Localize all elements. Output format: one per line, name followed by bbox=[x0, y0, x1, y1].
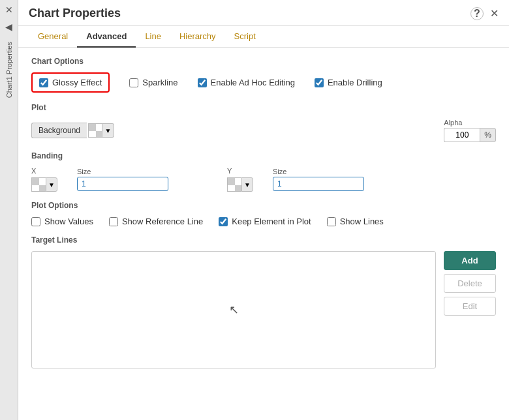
alpha-wrapper: Alpha 100 % bbox=[444, 119, 496, 142]
plot-options-section: Plot Options Show Values Show Reference … bbox=[31, 201, 496, 226]
banding-x-size-col: Size 1 bbox=[77, 168, 168, 191]
show-values-label[interactable]: Show Values bbox=[44, 217, 93, 226]
banding-section: Banding X ▼ Size 1 Y bbox=[31, 151, 496, 192]
banding-title: Banding bbox=[31, 151, 496, 160]
sidebar: ✕ ◀ Chart1 Properties bbox=[0, 0, 18, 420]
show-reference-line-checkbox[interactable] bbox=[109, 217, 118, 226]
glossy-effect-checkbox[interactable] bbox=[39, 78, 48, 87]
background-dropdown-arrow[interactable]: ▼ bbox=[102, 123, 114, 138]
background-group: Background ▼ bbox=[31, 123, 114, 138]
target-lines-content: ↖ Add Delete Edit bbox=[31, 251, 496, 368]
enable-drilling-group: Enable Drilling bbox=[315, 78, 382, 87]
alpha-label: Alpha bbox=[444, 119, 496, 127]
main-panel: Chart Properties ? ✕ General Advanced Li… bbox=[18, 0, 509, 420]
color-picker-area: ▼ bbox=[88, 123, 114, 138]
glossy-effect-label[interactable]: Glossy Effect bbox=[52, 78, 102, 87]
enable-drilling-label[interactable]: Enable Drilling bbox=[328, 78, 382, 87]
keep-element-label[interactable]: Keep Element in Plot bbox=[232, 217, 311, 226]
keep-element-group: Keep Element in Plot bbox=[219, 217, 311, 226]
enable-ad-hoc-checkbox[interactable] bbox=[198, 78, 207, 87]
banding-x-size-input[interactable]: 1 bbox=[77, 177, 168, 191]
banding-y-size-input[interactable]: 1 bbox=[273, 177, 364, 191]
plot-options-row: Show Values Show Reference Line Keep Ele… bbox=[31, 217, 496, 226]
plot-options-title: Plot Options bbox=[31, 201, 496, 210]
enable-drilling-checkbox[interactable] bbox=[315, 78, 324, 87]
target-lines-title: Target Lines bbox=[31, 235, 496, 245]
target-lines-list: ↖ bbox=[31, 251, 436, 368]
show-reference-line-label[interactable]: Show Reference Line bbox=[122, 217, 203, 226]
chart-options-title: Chart Options bbox=[31, 57, 496, 66]
tab-general[interactable]: General bbox=[29, 26, 77, 48]
show-values-group: Show Values bbox=[31, 217, 93, 226]
sparkline-checkbox[interactable] bbox=[129, 78, 138, 87]
target-lines-section: Target Lines ↖ Add Delete Edit bbox=[31, 235, 496, 368]
page-title: Chart Properties bbox=[29, 7, 121, 20]
banding-x-col: X ▼ bbox=[31, 167, 57, 192]
cursor-icon: ↖ bbox=[229, 303, 239, 317]
enable-ad-hoc-label[interactable]: Enable Ad Hoc Editing bbox=[211, 78, 295, 87]
show-reference-line-group: Show Reference Line bbox=[109, 217, 203, 226]
banding-row: X ▼ Size 1 Y bbox=[31, 167, 496, 192]
show-lines-label[interactable]: Show Lines bbox=[340, 217, 384, 226]
glossy-effect-box: Glossy Effect bbox=[31, 72, 110, 93]
enable-ad-hoc-group: Enable Ad Hoc Editing bbox=[198, 78, 295, 87]
alpha-input[interactable]: 100 bbox=[444, 128, 480, 142]
tab-advanced[interactable]: Advanced bbox=[77, 26, 136, 48]
plot-title: Plot bbox=[31, 103, 496, 112]
delete-button[interactable]: Delete bbox=[444, 274, 496, 293]
sparkline-group: Sparkline bbox=[129, 78, 177, 87]
plot-section: Plot Background ▼ Alpha 100 % bbox=[31, 103, 496, 142]
content-area: Chart Options Glossy Effect Sparkline En… bbox=[18, 48, 509, 420]
sidebar-label: Chart1 Properties bbox=[5, 42, 13, 98]
banding-y-size-col: Size 1 bbox=[273, 168, 364, 191]
tab-hierarchy[interactable]: Hierarchy bbox=[170, 26, 225, 48]
edit-button[interactable]: Edit bbox=[444, 297, 496, 316]
background-color-swatch[interactable] bbox=[88, 123, 102, 138]
sidebar-back-icon[interactable]: ◀ bbox=[2, 20, 16, 34]
add-button[interactable]: Add bbox=[444, 251, 496, 270]
tab-script[interactable]: Script bbox=[225, 26, 265, 48]
keep-element-checkbox[interactable] bbox=[219, 217, 228, 226]
help-icon[interactable]: ? bbox=[470, 7, 484, 20]
close-icon[interactable]: ✕ bbox=[490, 7, 499, 20]
banding-y-size-label: Size bbox=[273, 168, 364, 175]
sidebar-close-icon[interactable]: ✕ bbox=[2, 3, 16, 17]
sparkline-label[interactable]: Sparkline bbox=[142, 78, 177, 87]
background-button[interactable]: Background bbox=[31, 123, 87, 138]
banding-y-label: Y bbox=[227, 167, 253, 175]
alpha-unit-label: % bbox=[480, 128, 496, 142]
banding-y-col: Y ▼ bbox=[227, 167, 253, 192]
banding-x-swatch[interactable] bbox=[31, 177, 46, 192]
show-lines-group: Show Lines bbox=[327, 217, 384, 226]
plot-row: Background ▼ Alpha 100 % bbox=[31, 119, 496, 142]
target-lines-buttons: Add Delete Edit bbox=[444, 251, 496, 368]
show-values-checkbox[interactable] bbox=[31, 217, 40, 226]
title-bar: Chart Properties ? ✕ bbox=[18, 0, 509, 26]
show-lines-checkbox[interactable] bbox=[327, 217, 336, 226]
banding-y-swatch[interactable] bbox=[227, 177, 241, 192]
banding-y-dropdown[interactable]: ▼ bbox=[241, 177, 253, 192]
banding-x-label: X bbox=[31, 167, 57, 175]
tabs-bar: General Advanced Line Hierarchy Script bbox=[18, 26, 509, 48]
tab-line[interactable]: Line bbox=[136, 26, 170, 48]
glossy-effect-group: Glossy Effect bbox=[39, 78, 102, 87]
chart-options-row: Glossy Effect Sparkline Enable Ad Hoc Ed… bbox=[31, 72, 496, 93]
title-bar-icons: ? ✕ bbox=[470, 7, 499, 20]
banding-x-dropdown[interactable]: ▼ bbox=[46, 177, 57, 192]
banding-x-size-label: Size bbox=[77, 168, 168, 175]
